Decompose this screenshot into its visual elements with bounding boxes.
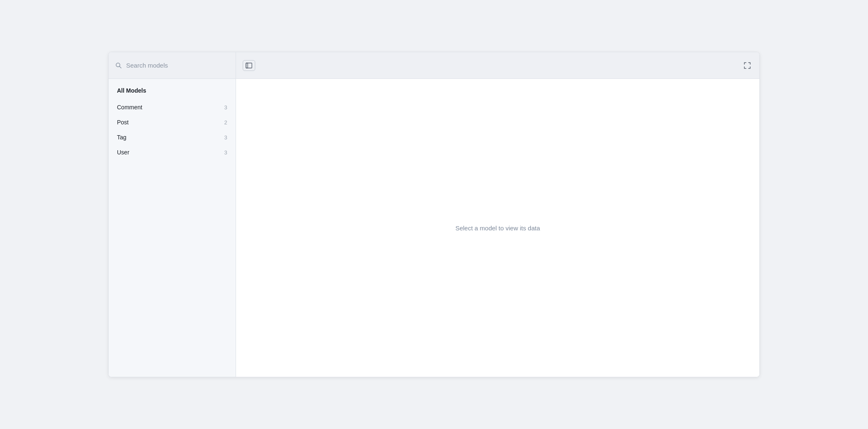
model-name: Comment: [117, 104, 142, 111]
model-list-item[interactable]: Post2: [109, 115, 236, 130]
svg-line-1: [119, 66, 121, 68]
model-list-item[interactable]: User3: [109, 145, 236, 160]
sidebar-heading: All Models: [109, 87, 236, 100]
model-list-item[interactable]: Tag3: [109, 130, 236, 145]
model-count: 2: [224, 119, 227, 126]
toolbar: [109, 52, 759, 79]
fullscreen-button[interactable]: [742, 60, 753, 71]
model-count: 3: [224, 149, 227, 156]
search-icon: [115, 62, 122, 69]
app-container: All Models Comment3Post2Tag3User3 Select…: [108, 52, 760, 377]
model-count: 3: [224, 134, 227, 141]
model-name: Tag: [117, 134, 127, 141]
main-content: All Models Comment3Post2Tag3User3 Select…: [109, 79, 759, 377]
toolbar-right: [735, 52, 759, 78]
sidebar-toggle-button[interactable]: [243, 60, 255, 71]
content-panel: Select a model to view its data: [236, 79, 759, 377]
sidebar: All Models Comment3Post2Tag3User3: [109, 79, 236, 377]
model-list-item[interactable]: Comment3: [109, 100, 236, 115]
empty-state-message: Select a model to view its data: [455, 225, 540, 232]
search-area: [109, 52, 236, 78]
search-input[interactable]: [126, 62, 229, 69]
model-count: 3: [224, 104, 227, 111]
sidebar-toggle-icon: [246, 63, 252, 68]
toolbar-middle: [236, 52, 735, 78]
model-list: Comment3Post2Tag3User3: [109, 100, 236, 160]
model-name: Post: [117, 119, 129, 126]
model-name: User: [117, 149, 129, 156]
svg-rect-3: [246, 63, 252, 68]
fullscreen-icon: [744, 62, 751, 69]
